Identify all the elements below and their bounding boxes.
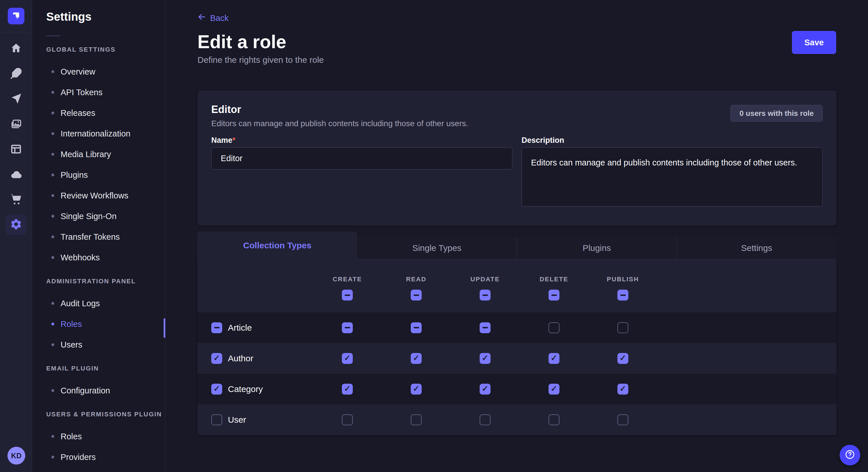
bullet-icon — [51, 456, 54, 459]
checkbox-category-update[interactable] — [479, 384, 491, 395]
bullet-icon — [51, 256, 54, 259]
sidebar-item-overview[interactable]: Overview — [46, 61, 165, 82]
checkbox-user-publish[interactable] — [617, 414, 628, 425]
layout-icon — [10, 143, 22, 156]
bullet-icon — [51, 389, 54, 392]
checkbox-article-delete[interactable] — [549, 322, 559, 333]
checkbox-article-read[interactable] — [411, 322, 422, 333]
back-link[interactable]: Back — [197, 12, 228, 24]
column-header-create: CREATE — [333, 275, 362, 283]
sidebar-item-webhooks[interactable]: Webhooks — [46, 247, 165, 268]
sidebar-item-media-library[interactable]: Media Library — [46, 144, 165, 165]
checkbox-author-update[interactable] — [479, 353, 491, 364]
home-nav-button[interactable] — [0, 41, 32, 57]
name-input[interactable] — [211, 147, 513, 169]
content-manager-nav-button[interactable] — [0, 142, 32, 158]
bullet-icon — [51, 111, 54, 114]
checkbox-author-row[interactable] — [211, 353, 222, 364]
tab-collection-types[interactable]: Collection Types — [197, 232, 357, 259]
bullet-icon — [51, 173, 54, 176]
bullet-icon — [51, 302, 54, 305]
question-mark-icon — [844, 449, 856, 461]
sidebar-item-plugins[interactable]: Plugins — [46, 165, 165, 185]
checkbox-all-read[interactable] — [411, 290, 422, 301]
content-builder-nav-button[interactable] — [0, 66, 32, 82]
name-field-label: Name* — [211, 135, 513, 145]
gear-icon — [10, 218, 22, 232]
checkbox-article-publish[interactable] — [617, 322, 628, 333]
sidebar-item-releases[interactable]: Releases — [46, 103, 165, 123]
cloud-nav-button[interactable] — [0, 167, 32, 183]
subnav-divider — [46, 36, 60, 36]
users-with-role-button[interactable]: 0 users with this role — [731, 105, 823, 122]
checkbox-user-delete[interactable] — [549, 414, 559, 425]
bullet-icon — [51, 91, 54, 94]
sidebar-item-single-sign-on[interactable]: Single Sign-On — [46, 206, 165, 227]
checkbox-user-row[interactable] — [211, 414, 222, 425]
help-button[interactable] — [840, 445, 860, 465]
checkbox-user-update[interactable] — [479, 414, 491, 425]
checkbox-author-create[interactable] — [342, 353, 353, 364]
sidebar-item-audit-logs[interactable]: Audit Logs — [46, 293, 165, 314]
table-row-category: Category — [197, 374, 836, 404]
settings-nav-button[interactable] — [6, 214, 26, 235]
tab-settings[interactable]: Settings — [677, 237, 836, 259]
deploy-nav-button[interactable] — [0, 91, 32, 107]
images-icon — [10, 118, 22, 131]
permissions-table: CREATE READ UPDATE DELETE PUBLISH Articl… — [197, 259, 836, 435]
checkbox-all-delete[interactable] — [549, 290, 559, 301]
subnav-title: Settings — [46, 10, 165, 23]
row-label: Author — [228, 353, 253, 363]
bullet-icon — [51, 70, 54, 73]
user-avatar[interactable]: KD — [7, 447, 25, 465]
bullet-icon — [51, 132, 54, 135]
checkbox-category-row[interactable] — [211, 384, 222, 395]
sidebar-item-users[interactable]: Users — [46, 334, 165, 355]
checkbox-category-create[interactable] — [342, 384, 353, 395]
tab-plugins[interactable]: Plugins — [517, 237, 677, 259]
cloud-icon — [10, 169, 22, 182]
strapi-logo-icon — [11, 11, 21, 22]
tab-single-types[interactable]: Single Types — [357, 237, 517, 259]
role-details-card: Editor Editors can manage and publish co… — [197, 91, 836, 225]
cart-icon — [10, 193, 22, 206]
back-arrow-icon — [197, 12, 206, 24]
sidebar-item-internationalization[interactable]: Internationalization — [46, 123, 165, 144]
sidebar-item-transfer-tokens[interactable]: Transfer Tokens — [46, 227, 165, 247]
main-content: Back Edit a role Define the rights given… — [166, 0, 868, 472]
section-heading: EMAIL PLUGIN — [46, 365, 165, 372]
checkbox-article-create[interactable] — [342, 322, 353, 333]
checkbox-category-delete[interactable] — [549, 384, 559, 395]
page-title: Edit a role — [197, 30, 836, 53]
sidebar-item-roles-active[interactable]: Roles — [46, 314, 165, 334]
save-button[interactable]: Save — [792, 31, 836, 54]
description-textarea[interactable]: Editors can manage and publish contents … — [522, 147, 823, 206]
checkbox-category-read[interactable] — [411, 384, 422, 395]
sidebar-item-up-roles[interactable]: Roles — [46, 426, 165, 447]
checkbox-author-delete[interactable] — [549, 353, 559, 364]
checkbox-category-publish[interactable] — [617, 384, 628, 395]
checkbox-user-read[interactable] — [411, 414, 422, 425]
checkbox-all-publish[interactable] — [617, 290, 628, 301]
column-header-update: UPDATE — [470, 275, 500, 283]
sidebar-item-configuration[interactable]: Configuration — [46, 380, 165, 401]
permissions-header-row: CREATE READ UPDATE DELETE PUBLISH — [197, 259, 836, 312]
checkbox-author-publish[interactable] — [617, 353, 628, 364]
feather-icon — [10, 67, 22, 80]
checkbox-article-row[interactable] — [211, 322, 222, 333]
checkbox-article-update[interactable] — [479, 322, 491, 333]
sidebar-item-up-providers[interactable]: Providers — [46, 447, 165, 467]
marketplace-nav-button[interactable] — [0, 192, 32, 208]
checkbox-user-create[interactable] — [342, 414, 353, 425]
home-icon — [10, 42, 22, 55]
paper-plane-icon — [10, 93, 22, 106]
strapi-logo-button[interactable] — [8, 8, 24, 24]
sidebar-item-review-workflows[interactable]: Review Workflows — [46, 185, 165, 206]
checkbox-all-create[interactable] — [342, 290, 353, 301]
bullet-icon — [51, 435, 54, 438]
checkbox-all-update[interactable] — [479, 290, 491, 301]
sidebar-item-api-tokens[interactable]: API Tokens — [46, 82, 165, 103]
checkbox-author-read[interactable] — [411, 353, 422, 364]
bullet-icon — [51, 153, 54, 156]
media-library-nav-button[interactable] — [0, 117, 32, 133]
